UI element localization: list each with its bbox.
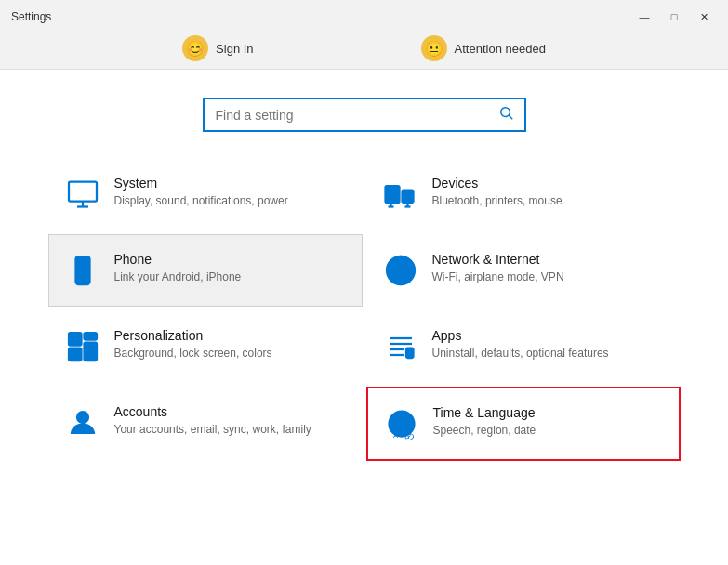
search-box	[203, 98, 526, 132]
phone-title: Phone	[114, 252, 347, 267]
phone-text: Phone Link your Android, iPhone	[114, 252, 347, 285]
network-title: Network & Internet	[432, 252, 665, 267]
signin-item[interactable]: 😊 Sign In	[182, 35, 253, 61]
devices-text: Devices Bluetooth, printers, mouse	[432, 176, 665, 209]
time-icon: A あ	[383, 405, 420, 442]
personalization-icon	[64, 328, 101, 365]
setting-item-time[interactable]: A あ Time & Language Speech, region, date	[366, 387, 681, 461]
title-bar: Settings — □ ✕	[0, 0, 728, 30]
signin-avatar: 😊	[182, 35, 208, 61]
accounts-icon	[64, 404, 101, 441]
svg-text:あ: あ	[404, 428, 415, 440]
system-desc: Display, sound, notifications, power	[114, 193, 347, 209]
network-desc: Wi-Fi, airplane mode, VPN	[432, 269, 665, 285]
system-text: System Display, sound, notifications, po…	[114, 176, 347, 209]
personalization-desc: Background, lock screen, colors	[114, 346, 347, 361]
svg-rect-16	[69, 333, 82, 346]
top-bar: 😊 Sign In 😐 Attention needed	[0, 30, 728, 70]
accounts-title: Accounts	[114, 404, 347, 419]
accounts-desc: Your accounts, email, sync, work, family	[114, 422, 347, 438]
svg-rect-0	[69, 182, 97, 202]
setting-item-network[interactable]: Network & Internet Wi-Fi, airplane mode,…	[366, 234, 681, 307]
window-title: Settings	[11, 10, 51, 23]
system-title: System	[114, 176, 347, 191]
maximize-button[interactable]: □	[661, 7, 687, 26]
minimize-button[interactable]: —	[631, 7, 657, 26]
apps-desc: Uninstall, defaults, optional features	[432, 346, 665, 361]
setting-item-personalization[interactable]: Personalization Background, lock screen,…	[48, 310, 363, 383]
apps-icon	[382, 328, 419, 365]
svg-point-25	[77, 412, 88, 423]
apps-title: Apps	[432, 328, 665, 343]
svg-rect-18	[69, 348, 82, 361]
settings-grid: System Display, sound, notifications, po…	[48, 158, 681, 461]
setting-item-apps[interactable]: Apps Uninstall, defaults, optional featu…	[366, 310, 681, 383]
setting-item-phone[interactable]: Phone Link your Android, iPhone	[48, 234, 363, 307]
svg-text:A: A	[393, 431, 398, 440]
network-icon	[382, 252, 419, 289]
personalization-title: Personalization	[114, 328, 347, 343]
devices-title: Devices	[432, 176, 665, 191]
setting-item-accounts[interactable]: Accounts Your accounts, email, sync, wor…	[48, 387, 363, 461]
search-container	[203, 98, 526, 132]
close-button[interactable]: ✕	[691, 7, 717, 26]
search-icon	[500, 107, 513, 123]
devices-icon	[382, 176, 419, 213]
window-controls: — □ ✕	[631, 7, 717, 26]
phone-icon	[64, 252, 101, 289]
svg-rect-17	[84, 333, 97, 340]
attention-label: Attention needed	[455, 42, 546, 56]
time-text: Time & Language Speech, region, date	[433, 405, 664, 439]
devices-desc: Bluetooth, printers, mouse	[432, 193, 665, 209]
search-input[interactable]	[216, 108, 500, 123]
system-icon	[64, 176, 101, 213]
signin-label: Sign In	[216, 42, 253, 56]
attention-avatar: 😐	[421, 35, 447, 61]
phone-desc: Link your Android, iPhone	[114, 269, 347, 285]
setting-item-system[interactable]: System Display, sound, notifications, po…	[48, 158, 363, 230]
apps-text: Apps Uninstall, defaults, optional featu…	[432, 328, 665, 361]
attention-item[interactable]: 😐 Attention needed	[421, 35, 546, 61]
svg-rect-4	[402, 191, 413, 204]
time-title: Time & Language	[433, 405, 664, 420]
network-text: Network & Internet Wi-Fi, airplane mode,…	[432, 252, 665, 285]
setting-item-devices[interactable]: Devices Bluetooth, printers, mouse	[366, 158, 681, 230]
svg-rect-24	[406, 348, 414, 359]
accounts-text: Accounts Your accounts, email, sync, wor…	[114, 404, 347, 438]
personalization-text: Personalization Background, lock screen,…	[114, 328, 347, 361]
time-desc: Speech, region, date	[433, 423, 664, 439]
svg-rect-9	[75, 256, 89, 284]
svg-rect-19	[84, 343, 97, 361]
main-content: System Display, sound, notifications, po…	[0, 70, 728, 565]
svg-rect-3	[385, 186, 399, 203]
